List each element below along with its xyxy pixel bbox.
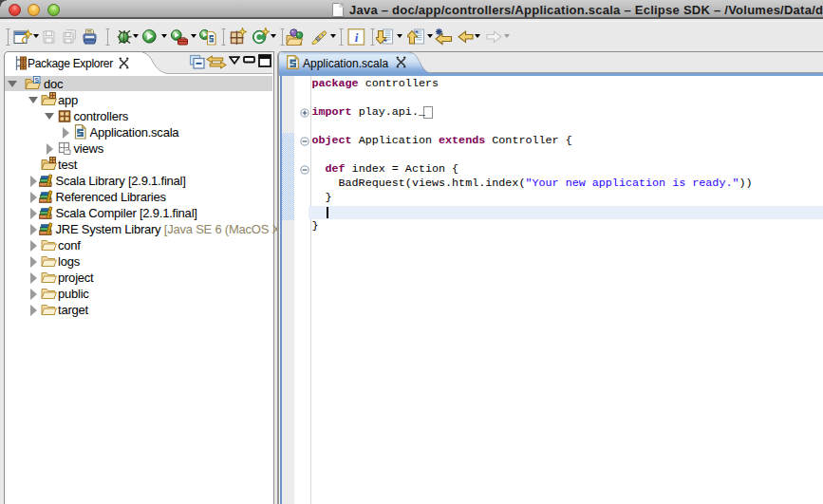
svg-text:S: S xyxy=(34,77,39,84)
svg-text:i: i xyxy=(355,30,359,45)
